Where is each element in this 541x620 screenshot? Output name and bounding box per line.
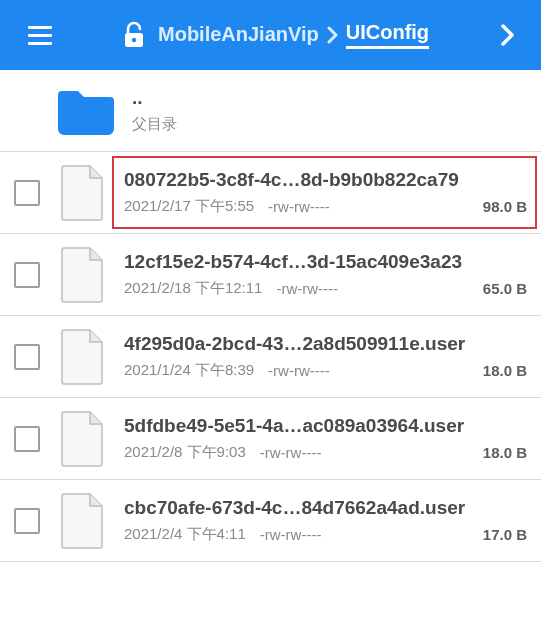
file-row[interactable]: 4f295d0a-2bcd-43…2a8d509911e.user 2021/1… bbox=[0, 316, 541, 398]
menu-button[interactable] bbox=[18, 13, 62, 57]
file-row[interactable]: cbc70afe-673d-4c…84d7662a4ad.user 2021/2… bbox=[0, 480, 541, 562]
file-name: 080722b5-3c8f-4c…8d-b9b0b822ca79 bbox=[124, 169, 527, 192]
file-permissions: -rw-rw---- bbox=[268, 362, 330, 379]
file-list: .. 父目录 080722b5-3c8f-4c…8d-b9b0b822ca79 … bbox=[0, 70, 541, 562]
forward-button[interactable] bbox=[489, 17, 525, 53]
row-checkbox[interactable] bbox=[14, 426, 40, 452]
chevron-right-icon bbox=[327, 26, 338, 44]
file-permissions: -rw-rw---- bbox=[260, 444, 322, 461]
file-date: 2021/1/24 下午8:39 bbox=[124, 361, 254, 380]
file-permissions: -rw-rw---- bbox=[276, 280, 338, 297]
breadcrumb-parent[interactable]: MobileAnJianVip bbox=[158, 23, 319, 48]
lock-icon[interactable] bbox=[122, 21, 146, 49]
file-name: cbc70afe-673d-4c…84d7662a4ad.user bbox=[124, 497, 527, 520]
parent-dir-label: 父目录 bbox=[132, 115, 177, 134]
folder-icon bbox=[54, 85, 116, 137]
file-row[interactable]: 080722b5-3c8f-4c…8d-b9b0b822ca79 2021/2/… bbox=[0, 152, 541, 234]
file-row[interactable]: 5dfdbe49-5e51-4a…ac089a03964.user 2021/2… bbox=[0, 398, 541, 480]
file-icon bbox=[58, 164, 108, 222]
breadcrumb: MobileAnJianVip UIConfig bbox=[158, 21, 489, 49]
file-row[interactable]: 12cf15e2-b574-4cf…3d-15ac409e3a23 2021/2… bbox=[0, 234, 541, 316]
row-checkbox[interactable] bbox=[14, 508, 40, 534]
file-icon bbox=[58, 246, 108, 304]
file-icon bbox=[58, 328, 108, 386]
file-date: 2021/2/18 下午12:11 bbox=[124, 279, 262, 298]
file-size: 65.0 B bbox=[483, 280, 527, 297]
file-icon bbox=[58, 492, 108, 550]
row-checkbox[interactable] bbox=[14, 344, 40, 370]
file-icon bbox=[58, 410, 108, 468]
app-header: MobileAnJianVip UIConfig bbox=[0, 0, 541, 70]
file-size: 18.0 B bbox=[483, 444, 527, 461]
svg-point-1 bbox=[132, 38, 136, 42]
file-date: 2021/2/17 下午5:55 bbox=[124, 197, 254, 216]
file-size: 98.0 B bbox=[483, 198, 527, 215]
file-size: 18.0 B bbox=[483, 362, 527, 379]
breadcrumb-current[interactable]: UIConfig bbox=[346, 21, 429, 49]
file-size: 17.0 B bbox=[483, 526, 527, 543]
parent-dir-name: .. bbox=[132, 87, 527, 110]
file-name: 12cf15e2-b574-4cf…3d-15ac409e3a23 bbox=[124, 251, 527, 274]
file-date: 2021/2/4 下午4:11 bbox=[124, 525, 246, 544]
parent-directory-row[interactable]: .. 父目录 bbox=[0, 70, 541, 152]
file-permissions: -rw-rw---- bbox=[268, 198, 330, 215]
file-date: 2021/2/8 下午9:03 bbox=[124, 443, 246, 462]
file-name: 5dfdbe49-5e51-4a…ac089a03964.user bbox=[124, 415, 527, 438]
file-permissions: -rw-rw---- bbox=[260, 526, 322, 543]
row-checkbox[interactable] bbox=[14, 180, 40, 206]
row-checkbox[interactable] bbox=[14, 262, 40, 288]
file-name: 4f295d0a-2bcd-43…2a8d509911e.user bbox=[124, 333, 527, 356]
